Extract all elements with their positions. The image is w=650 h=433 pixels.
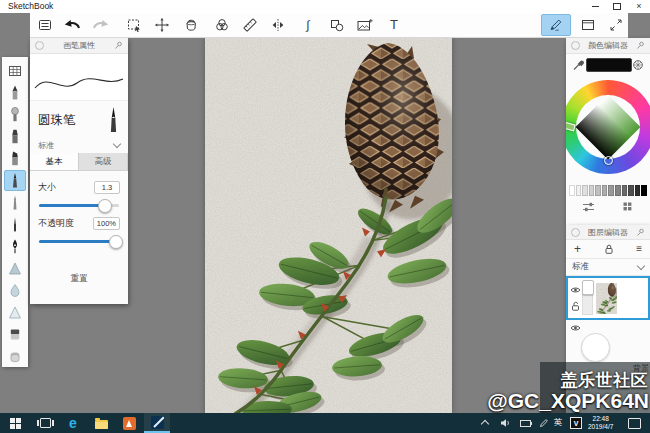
brush-chisel-marker[interactable] [4, 148, 26, 169]
panel-pin-icon[interactable] [636, 228, 645, 237]
layer-menu-button[interactable]: ≡ [636, 244, 642, 254]
tool-blur[interactable] [4, 280, 26, 301]
tool-hard-eraser[interactable] [4, 324, 26, 345]
opacity-value[interactable]: 100% [93, 217, 120, 230]
size-slider-thumb[interactable] [98, 199, 112, 213]
grayscale-swatch[interactable] [615, 185, 621, 196]
action-center-button[interactable] [628, 413, 641, 433]
brush-ballpoint-pen[interactable] [4, 170, 26, 191]
layer-handle-tab[interactable] [582, 280, 594, 295]
tool-sharpen[interactable] [4, 302, 26, 323]
sliders-view-icon[interactable] [581, 201, 596, 213]
undo-button[interactable] [60, 14, 84, 35]
blend-mode-dropdown[interactable]: 标准 [566, 258, 650, 276]
shapes-tool-button[interactable] [325, 14, 349, 35]
taskbar-file-explorer-button[interactable] [88, 413, 114, 433]
current-color-swatch[interactable] [586, 58, 632, 72]
layer-visibility-icon[interactable] [570, 286, 581, 294]
canvas-view-button[interactable] [576, 14, 600, 35]
close-button[interactable]: × [628, 0, 650, 13]
panel-collapse-icon[interactable] [571, 41, 580, 50]
panel-collapse-icon[interactable] [571, 228, 580, 237]
symmetry-tool-button[interactable] [266, 14, 290, 35]
task-view-button[interactable] [32, 413, 58, 433]
tray-show-hidden-button[interactable] [482, 413, 488, 433]
grayscale-swatch[interactable] [576, 185, 582, 196]
minimize-button[interactable] [584, 0, 606, 13]
color-view-toggles [566, 196, 650, 218]
taskbar-sketchbook-button[interactable] [144, 413, 170, 433]
brush-airbrush[interactable] [4, 104, 26, 125]
tab-advanced[interactable]: 高级 [79, 153, 128, 170]
chevron-down-icon [637, 261, 645, 269]
fullscreen-button[interactable] [604, 14, 628, 35]
shapes-icon [329, 17, 345, 33]
taskbar-edge-button[interactable]: e [60, 413, 86, 433]
opacity-slider[interactable] [39, 240, 119, 243]
tray-ime-mode[interactable]: V [570, 413, 582, 433]
size-value[interactable]: 1.3 [94, 181, 120, 194]
import-image-button[interactable] [353, 14, 377, 35]
brush-preset-dropdown[interactable]: 标准 [30, 137, 128, 153]
brush-ink-pen[interactable] [4, 236, 26, 257]
tray-input-language[interactable]: 英 [554, 413, 563, 433]
guides-tool-button[interactable] [238, 14, 262, 35]
panel-pin-icon[interactable] [114, 41, 123, 50]
grayscale-swatch[interactable] [582, 185, 588, 196]
text-tool-button[interactable]: T [382, 14, 406, 35]
layer-opacity-handle[interactable] [582, 281, 593, 315]
taskbar-app-orange-button[interactable] [116, 413, 142, 433]
brush-pencil[interactable] [4, 82, 26, 103]
grayscale-swatch[interactable] [628, 185, 634, 196]
lock-layer-icon[interactable] [603, 243, 615, 255]
start-button[interactable] [2, 413, 28, 433]
brush-mode-button[interactable] [541, 14, 571, 36]
brush-marker[interactable] [4, 126, 26, 147]
layer-visibility-icon[interactable] [570, 324, 581, 332]
grayscale-swatch[interactable] [595, 185, 601, 196]
panel-pin-icon[interactable] [636, 41, 645, 50]
grayscale-swatch[interactable] [569, 185, 575, 196]
transform-tool-button[interactable] [150, 14, 174, 35]
saturation-selector[interactable] [604, 156, 613, 165]
selection-tool-button[interactable] [122, 14, 146, 35]
eyedropper-icon[interactable] [572, 58, 585, 71]
redo-button[interactable] [89, 14, 113, 35]
tool-smear[interactable] [4, 258, 26, 279]
tray-battery-button[interactable] [520, 413, 531, 433]
color-adjust-tool-button[interactable] [210, 14, 234, 35]
panel-collapse-icon[interactable] [35, 41, 44, 50]
tray-volume-button[interactable] [500, 413, 511, 433]
color-wheel[interactable] [566, 75, 650, 183]
layer-unlock-icon[interactable] [571, 301, 580, 311]
main-menu-button[interactable] [33, 14, 57, 35]
grayscale-swatch[interactable] [608, 185, 614, 196]
color-palette-icon[interactable] [632, 59, 644, 71]
tray-pen-button[interactable] [539, 413, 549, 433]
tool-soft-eraser[interactable] [4, 346, 26, 367]
tray-clock[interactable]: 22:482019/4/7 [588, 413, 613, 433]
add-layer-button[interactable]: + [574, 243, 581, 255]
grayscale-swatch[interactable] [641, 185, 647, 196]
size-slider[interactable] [39, 204, 119, 207]
swatches-view-icon[interactable] [622, 201, 635, 213]
layer-row-selected[interactable] [566, 276, 650, 320]
layer-thumbnail[interactable] [596, 283, 617, 314]
grayscale-swatch[interactable] [602, 185, 608, 196]
grayscale-swatch[interactable] [635, 185, 641, 196]
grayscale-swatch[interactable] [589, 185, 595, 196]
reset-button[interactable]: 重置 [30, 273, 128, 285]
maximize-button[interactable] [606, 0, 628, 13]
opacity-slider-thumb[interactable] [109, 235, 123, 249]
windows-taskbar: e 英 V 22:482019/4/7 [0, 413, 650, 433]
brush-fine-liner[interactable] [4, 214, 26, 235]
brush-technical-pen[interactable] [4, 192, 26, 213]
canvas-photo[interactable] [205, 37, 452, 414]
minimize-icon [592, 6, 599, 7]
stroke-style-tool-button[interactable]: ∫ [296, 14, 320, 35]
brush-library-button[interactable] [4, 60, 26, 81]
fill-tool-button[interactable] [179, 14, 203, 35]
tab-basic[interactable]: 基本 [30, 153, 79, 170]
grayscale-swatch[interactable] [622, 185, 628, 196]
background-color-thumbnail[interactable] [581, 333, 610, 362]
